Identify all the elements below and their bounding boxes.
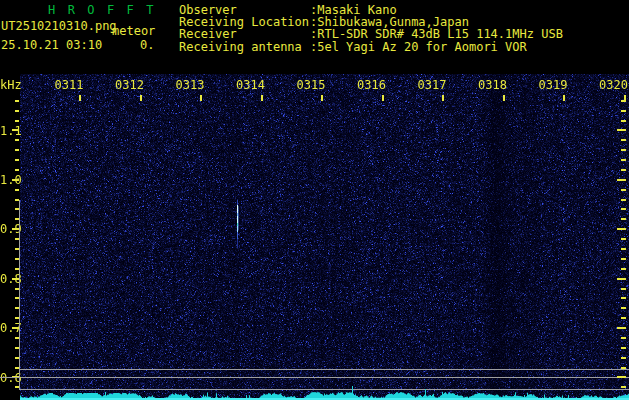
station-field-value: :RTL-SDR SDR# 43dB L15 114.1MHz USB <box>310 28 563 40</box>
freq-tick-right <box>621 347 626 349</box>
freq-tick-right <box>621 317 626 319</box>
freq-tick-right <box>621 288 626 290</box>
freq-tick-right <box>617 376 626 378</box>
freq-tick-right <box>621 367 626 369</box>
time-label: 0320 <box>599 79 629 91</box>
freq-tick-right <box>621 248 626 250</box>
station-field-label: Receiving antenna <box>179 41 302 53</box>
freq-tick-right <box>621 100 626 102</box>
time-tick <box>442 95 444 101</box>
freq-tick-right <box>621 189 626 191</box>
station-field-label: Receiver <box>179 28 237 40</box>
freq-axis-unit: kHz <box>0 79 22 91</box>
freq-tick-right <box>621 386 626 388</box>
freq-tick-left <box>15 139 19 141</box>
freq-tick-left <box>12 327 19 329</box>
freq-tick-right <box>621 159 626 161</box>
time-label: 0315 <box>296 79 326 91</box>
time-tick <box>563 95 565 101</box>
freq-tick-left <box>15 159 19 161</box>
freq-tick-left <box>12 228 19 230</box>
time-label: 0316 <box>357 79 387 91</box>
freq-tick-right <box>617 327 626 329</box>
freq-tick-right <box>621 357 626 359</box>
freq-tick-right <box>621 169 626 171</box>
station-field-value: :5el Yagi Az 20 for Aomori VOR <box>310 41 527 53</box>
freq-tick-right <box>621 208 626 210</box>
spectrogram-canvas <box>20 74 629 400</box>
time-tick <box>200 95 202 101</box>
station-field-label: Receiving Location <box>179 16 309 28</box>
station-field-label: Observer <box>179 4 237 16</box>
reference-line-stub <box>0 377 20 378</box>
station-field-value: :Shibukawa,Gunma,Japan <box>310 16 469 28</box>
datetime-label: 25.10.21 03:10 <box>1 39 102 51</box>
freq-tick-right <box>621 307 626 309</box>
freq-tick-left <box>12 278 19 280</box>
time-tick <box>503 95 505 101</box>
freq-tick-right <box>621 120 626 122</box>
freq-tick-right <box>621 110 626 112</box>
freq-tick-right <box>617 129 626 131</box>
freq-tick-right <box>621 238 626 240</box>
freq-tick-right <box>617 179 626 181</box>
freq-tick-right <box>621 258 626 260</box>
capture-filename: UT2510210310.png <box>1 20 117 32</box>
time-label: 0317 <box>417 79 447 91</box>
freq-tick-right <box>617 228 626 230</box>
time-label: 0318 <box>478 79 508 91</box>
time-tick <box>79 95 81 101</box>
freq-tick-left <box>15 110 19 112</box>
freq-tick-left <box>15 189 19 191</box>
freq-tick-right <box>621 149 626 151</box>
mode-label: meteor <box>112 25 155 37</box>
freq-tick-right <box>621 199 626 201</box>
freq-tick-left <box>15 169 19 171</box>
station-field-value: :Masaki Kano <box>310 4 397 16</box>
time-tick <box>321 95 323 101</box>
freq-tick-right <box>621 268 626 270</box>
time-label: 0313 <box>175 79 205 91</box>
freq-tick-right <box>621 297 626 299</box>
time-label: 0319 <box>538 79 568 91</box>
freq-tick-left <box>15 149 19 151</box>
time-label: 0314 <box>236 79 266 91</box>
time-label: 0312 <box>115 79 145 91</box>
time-tick <box>382 95 384 101</box>
time-label: 0311 <box>54 79 84 91</box>
freq-tick-left <box>12 129 19 131</box>
freq-tick-left <box>12 179 19 181</box>
time-tick <box>261 95 263 101</box>
freq-tick-right <box>621 139 626 141</box>
app-title: H R O F F T <box>48 4 156 16</box>
hrofft-window: H R O F F T UT2510210310.png meteor 25.1… <box>0 0 629 400</box>
freq-tick-right <box>621 218 626 220</box>
freq-tick-left <box>15 120 19 122</box>
freq-tick-right <box>617 278 626 280</box>
freq-tick-left <box>15 100 19 102</box>
counting-box-left-line <box>19 200 20 390</box>
time-tick <box>140 95 142 101</box>
freq-tick-right <box>621 337 626 339</box>
echo-count: 0. <box>140 39 154 51</box>
